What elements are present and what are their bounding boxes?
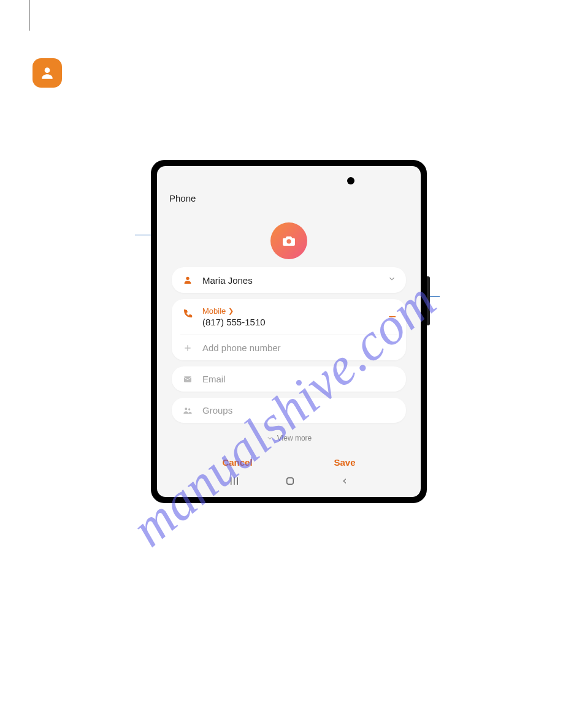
back-nav-button[interactable] <box>340 476 349 490</box>
phone-type-label: Mobile <box>202 306 226 316</box>
add-phone-number-button[interactable]: Add phone number <box>172 335 406 360</box>
action-bar: Cancel Save <box>157 457 421 468</box>
groups-icon <box>182 406 194 415</box>
storage-location-label[interactable]: Phone <box>169 193 196 203</box>
svg-point-0 <box>45 67 50 73</box>
add-contact-photo-button[interactable] <box>270 222 307 259</box>
name-field[interactable]: Maria Jones <box>172 267 406 293</box>
device-side-button <box>427 276 430 325</box>
recents-nav-button[interactable] <box>229 476 240 490</box>
device-frame: Phone Maria Jones <box>151 160 427 503</box>
groups-placeholder: Groups <box>202 405 396 415</box>
svg-rect-11 <box>287 478 294 485</box>
svg-rect-5 <box>184 376 191 382</box>
view-more-label: View more <box>277 434 312 442</box>
svg-point-1 <box>286 239 291 243</box>
email-placeholder: Email <box>202 374 396 384</box>
add-phone-label: Add phone number <box>202 343 396 353</box>
phone-field[interactable]: Mobile ❯ (817) 555-1510 − <box>172 299 406 335</box>
contact-form: Maria Jones Mobile ❯ <box>172 267 406 445</box>
email-icon <box>182 374 194 384</box>
remove-phone-button[interactable]: − <box>388 310 396 324</box>
phone-card: Mobile ❯ (817) 555-1510 − Add phone numb… <box>172 299 406 360</box>
svg-point-7 <box>188 408 190 410</box>
front-camera-dot <box>347 177 354 184</box>
name-card: Maria Jones <box>172 267 406 293</box>
email-field[interactable]: Email <box>172 366 406 392</box>
cancel-button[interactable]: Cancel <box>222 457 252 468</box>
phone-number-value: (817) 555-1510 <box>202 317 380 327</box>
save-button[interactable]: Save <box>334 457 356 468</box>
view-more-button[interactable]: View more <box>172 429 406 445</box>
chevron-right-icon: ❯ <box>228 307 234 315</box>
email-card: Email <box>172 366 406 392</box>
name-value: Maria Jones <box>202 275 379 286</box>
chevron-down-icon[interactable] <box>388 275 396 286</box>
camera-icon <box>282 235 296 246</box>
plus-icon <box>182 343 194 353</box>
phone-icon <box>182 309 194 319</box>
page-margin-marker <box>29 0 30 31</box>
phone-type-selector[interactable]: Mobile ❯ <box>202 306 380 316</box>
chevron-down-icon <box>266 434 274 442</box>
groups-field[interactable]: Groups <box>172 398 406 423</box>
groups-card: Groups <box>172 398 406 423</box>
home-nav-button[interactable] <box>285 476 296 490</box>
svg-point-6 <box>185 408 187 410</box>
person-icon <box>182 275 194 285</box>
svg-point-2 <box>186 277 189 280</box>
navigation-bar <box>157 476 421 490</box>
person-icon <box>39 65 55 81</box>
contacts-app-icon <box>33 58 62 88</box>
device-screen: Phone Maria Jones <box>157 166 421 497</box>
